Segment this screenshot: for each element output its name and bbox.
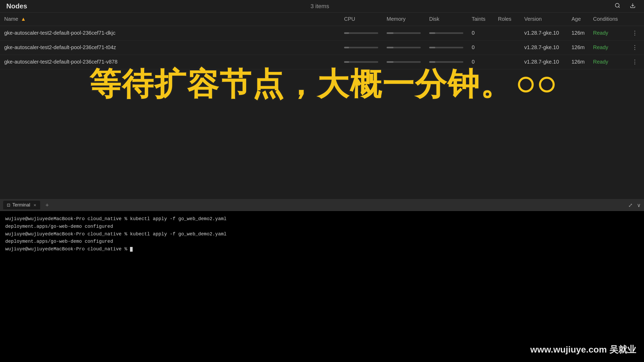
cell-disk-1 — [425, 40, 468, 55]
memory-progress-2 — [387, 61, 421, 63]
terminal-tab[interactable]: ⊡ Terminal ✕ — [3, 201, 40, 209]
cell-memory-0 — [382, 26, 425, 40]
col-header-roles[interactable]: Roles — [494, 13, 520, 26]
nodes-header: Nodes 3 items — [0, 0, 644, 13]
watermark: www.wujiuye.com 吴就业 — [530, 344, 636, 356]
cell-age-2: 126m — [567, 55, 589, 69]
cell-cpu-1 — [340, 40, 382, 55]
cell-menu-0[interactable]: ⋮ — [626, 26, 644, 40]
cell-taints-0: 0 — [468, 26, 494, 40]
cpu-progress-0 — [344, 32, 378, 34]
cell-warning-1 — [329, 40, 340, 55]
nodes-actions — [612, 2, 638, 11]
col-header-name[interactable]: Name ▲ — [0, 13, 329, 26]
terminal-add-tab-button[interactable]: + — [45, 202, 49, 209]
disk-progress-2 — [429, 61, 463, 63]
cell-age-0: 126m — [567, 26, 589, 40]
nodes-title: Nodes — [6, 2, 27, 10]
cell-age-1: 126m — [567, 40, 589, 55]
cell-memory-1 — [382, 40, 425, 55]
terminal-header: ⊡ Terminal ✕ + ⤢ ∨ — [0, 199, 644, 211]
svg-line-1 — [619, 7, 620, 8]
status-badge-0: Ready — [593, 30, 608, 36]
terminal-line: wujiuye@wujiuyedeMacBook-Pro cloud_nativ… — [5, 245, 639, 253]
memory-progress-1 — [387, 47, 421, 48]
cpu-progress-2 — [344, 61, 378, 63]
cell-roles-0 — [494, 26, 520, 40]
col-header-taints[interactable]: Taints — [468, 13, 494, 26]
nodes-panel: Nodes 3 items Name ▲ CPU — [0, 0, 644, 121]
cell-cpu-2 — [340, 55, 382, 69]
cell-menu-1[interactable]: ⋮ — [626, 40, 644, 55]
cell-roles-1 — [494, 40, 520, 55]
cell-version-1: v1.28.7-gke.10 — [520, 40, 567, 55]
cell-conditions-2: Ready — [589, 55, 626, 69]
col-header-menu — [626, 13, 644, 26]
memory-progress-0 — [387, 32, 421, 34]
cell-cpu-0 — [340, 26, 382, 40]
cell-version-2: v1.28.7-gke.10 — [520, 55, 567, 69]
terminal-line: deployment.apps/go-web-demo configured — [5, 238, 639, 245]
terminal-line: deployment.apps/go-web-demo configured — [5, 223, 639, 230]
download-button[interactable] — [628, 2, 638, 11]
col-header-warning — [329, 13, 340, 26]
terminal-panel: ⊡ Terminal ✕ + ⤢ ∨ wujiuye@wujiuyedeMacB… — [0, 199, 644, 362]
terminal-cursor — [130, 247, 133, 252]
cell-roles-2 — [494, 55, 520, 69]
cell-version-0: v1.28.7-gke.10 — [520, 26, 567, 40]
disk-progress-1 — [429, 47, 463, 48]
cell-disk-0 — [425, 26, 468, 40]
cell-name-1: gke-autoscaler-test2-default-pool-236cef… — [0, 40, 329, 55]
svg-point-0 — [615, 3, 619, 7]
disk-progress-0 — [429, 32, 463, 34]
cell-disk-2 — [425, 55, 468, 69]
cell-name-2: gke-autoscaler-test2-default-pool-236cef… — [0, 55, 329, 69]
row-menu-button-2[interactable]: ⋮ — [630, 58, 640, 66]
table-row[interactable]: gke-autoscaler-test2-default-pool-236cef… — [0, 26, 644, 40]
sort-icon: ▲ — [21, 16, 26, 22]
col-header-age[interactable]: Age — [567, 13, 589, 26]
search-button[interactable] — [612, 2, 622, 11]
col-header-conditions[interactable]: Conditions — [589, 13, 626, 26]
cell-taints-1: 0 — [468, 40, 494, 55]
terminal-actions: ⤢ ∨ — [628, 202, 641, 208]
col-header-disk[interactable]: Disk — [425, 13, 468, 26]
table-header-row: Name ▲ CPU Memory Disk Taints Roles Vers… — [0, 13, 644, 26]
cell-conditions-1: Ready — [589, 40, 626, 55]
terminal-collapse-button[interactable]: ∨ — [637, 202, 641, 208]
cell-memory-2 — [382, 55, 425, 69]
cell-menu-2[interactable]: ⋮ — [626, 55, 644, 69]
cell-name-0: gke-autoscaler-test2-default-pool-236cef… — [0, 26, 329, 40]
cell-taints-2: 0 — [468, 55, 494, 69]
terminal-close-icon[interactable]: ✕ — [33, 203, 37, 207]
terminal-content: wujiuye@wujiuyedeMacBook-Pro cloud_nativ… — [0, 211, 644, 257]
terminal-expand-button[interactable]: ⤢ — [628, 202, 633, 208]
row-menu-button-1[interactable]: ⋮ — [630, 43, 640, 52]
col-header-memory[interactable]: Memory — [382, 13, 425, 26]
terminal-line: wujiuye@wujiuyedeMacBook-Pro cloud_nativ… — [5, 230, 639, 238]
terminal-icon: ⊡ — [7, 203, 10, 208]
nodes-count: 3 items — [310, 3, 329, 10]
cpu-progress-1 — [344, 47, 378, 48]
nodes-table: Name ▲ CPU Memory Disk Taints Roles Vers… — [0, 13, 644, 69]
col-header-cpu[interactable]: CPU — [340, 13, 382, 26]
table-row[interactable]: gke-autoscaler-test2-default-pool-236cef… — [0, 40, 644, 55]
row-menu-button-0[interactable]: ⋮ — [630, 29, 640, 37]
col-header-version[interactable]: Version — [520, 13, 567, 26]
status-badge-1: Ready — [593, 44, 608, 50]
terminal-tab-label: Terminal — [12, 202, 30, 208]
terminal-line: wujiuye@wujiuyedeMacBook-Pro cloud_nativ… — [5, 215, 639, 223]
cell-conditions-0: Ready — [589, 26, 626, 40]
cell-warning-0 — [329, 26, 340, 40]
cell-warning-2 — [329, 55, 340, 69]
status-badge-2: Ready — [593, 59, 608, 65]
table-row[interactable]: gke-autoscaler-test2-default-pool-236cef… — [0, 55, 644, 69]
